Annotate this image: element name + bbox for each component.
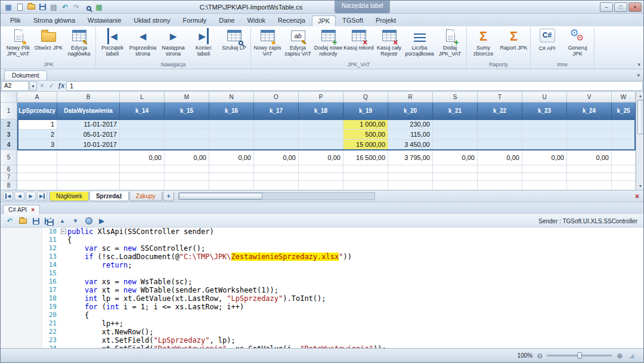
cell-P6[interactable]: [299, 165, 343, 173]
ribbon-tab-projekt[interactable]: Projekt: [370, 15, 402, 26]
cell-L3[interactable]: [120, 130, 165, 140]
ribbon-button-kasuj-caly-rejestr[interactable]: × Kasuj cały Rejestr: [374, 27, 404, 57]
breakpoint-margin[interactable]: [1, 319, 42, 328]
ribbon-button-koniec-tabeli[interactable]: ▶ Koniec tabeli: [188, 27, 219, 57]
vertical-scrollbar[interactable]: ▲ ▼: [636, 92, 643, 190]
cell-T7[interactable]: [478, 173, 522, 181]
cancel-entry-icon[interactable]: ×: [38, 81, 47, 91]
cell-S6[interactable]: [433, 165, 478, 173]
close-icon[interactable]: ×: [635, 193, 639, 200]
cell-O3[interactable]: [254, 130, 299, 140]
header-cell-k-24[interactable]: k_24: [567, 103, 612, 119]
header-cell-k-17[interactable]: k_17: [254, 103, 299, 119]
cell-M3[interactable]: [165, 130, 209, 140]
cell-U5[interactable]: 0,00: [522, 150, 567, 165]
cell-R4[interactable]: 3 450,00: [388, 140, 433, 150]
cell-B6[interactable]: [57, 165, 120, 173]
cell-V7[interactable]: [567, 173, 612, 181]
cell-V5[interactable]: 0,00: [567, 150, 612, 165]
ribbon-tab-plik[interactable]: Plik: [4, 15, 27, 26]
cell-Q5[interactable]: 16 500,00: [343, 150, 388, 165]
row-header-1[interactable]: 1: [1, 103, 17, 119]
cell-B3[interactable]: 05-01-2017: [57, 130, 120, 140]
cell-A5[interactable]: [17, 150, 57, 165]
cell-R3[interactable]: 115,00: [388, 130, 433, 140]
header-cell-lpsprzedazy[interactable]: LpSprzedazy: [17, 103, 57, 119]
breakpoint-margin[interactable]: [1, 311, 42, 319]
cell-M4[interactable]: [165, 140, 209, 150]
cell-O8[interactable]: [254, 181, 299, 190]
resize-grip-icon[interactable]: ◢: [629, 352, 634, 359]
breakpoint-margin[interactable]: [1, 278, 42, 286]
table-icon[interactable]: ▦: [94, 2, 104, 12]
breakpoint-margin[interactable]: [1, 336, 42, 344]
ribbon-button-c-api[interactable]: C# C# API: [532, 27, 562, 51]
row-header-7[interactable]: 7: [1, 173, 17, 181]
code-line[interactable]: 13 if (!sc.LoadDocument(@"C:\TMP\JPK\Zes…: [1, 253, 643, 261]
breakpoint-margin[interactable]: [1, 328, 42, 336]
cell-A3[interactable]: 2: [17, 130, 57, 140]
cell-U2[interactable]: [522, 119, 567, 130]
sheet-tab-add[interactable]: +: [163, 192, 175, 201]
ribbon-button-sumy-zbiorcze[interactable]: Σ Sumy zbiorcze: [468, 27, 499, 57]
cell-A6[interactable]: [17, 165, 57, 173]
code-line[interactable]: 22 xt.NewRow();: [1, 328, 643, 336]
code-line[interactable]: 19 for (int i = 1; i <= xs.LastRow; i++): [1, 303, 643, 311]
cell-B2[interactable]: 11-01-2017: [57, 119, 120, 130]
chevron-down-icon[interactable]: ▾: [637, 72, 640, 78]
sheet-tab-zakupy[interactable]: Zakupy: [129, 192, 162, 201]
col-header-B[interactable]: B: [57, 92, 120, 103]
last-sheet-icon[interactable]: ▶: [37, 192, 47, 201]
cell-W7[interactable]: [612, 173, 636, 181]
cell-A7[interactable]: [17, 173, 57, 181]
cell-M5[interactable]: 0,00: [165, 150, 209, 165]
vertical-scrollbar-thumb[interactable]: [637, 100, 644, 134]
code-line[interactable]: 15: [1, 269, 643, 278]
cell-T8[interactable]: [478, 181, 522, 190]
ribbon-tab-wstawianie[interactable]: Wstawianie: [82, 15, 127, 26]
row-header-8[interactable]: 8: [1, 181, 17, 190]
app-icon[interactable]: ▦: [3, 2, 14, 12]
zoom-out-icon[interactable]: ⊖: [537, 352, 543, 359]
code-line[interactable]: 20 {: [1, 311, 643, 319]
row-header-5[interactable]: 5: [1, 150, 17, 165]
cell-W4[interactable]: [612, 140, 636, 150]
ribbon-tab-dane[interactable]: Dane: [213, 15, 240, 26]
ribbon-button-dodaj-jpk-vat[interactable]: + Dodaj JPK_VAT: [435, 27, 465, 57]
cell-S2[interactable]: [433, 119, 478, 130]
ribbon-button-otworz-jpk[interactable]: Otwórz JPK: [33, 27, 64, 51]
cell-U7[interactable]: [522, 173, 567, 181]
col-header-N[interactable]: N: [209, 92, 254, 103]
cell-W6[interactable]: [612, 165, 636, 173]
first-sheet-icon[interactable]: ◀: [3, 192, 13, 201]
cell-P5[interactable]: 0,00: [299, 150, 343, 165]
row-header-6[interactable]: 6: [1, 165, 17, 173]
cell-R8[interactable]: [388, 181, 433, 190]
cell-U8[interactable]: [522, 181, 567, 190]
sheet-tab-sprzedaz[interactable]: Sprzedaż: [89, 192, 129, 201]
next-sheet-icon[interactable]: ▶: [26, 192, 36, 201]
ribbon-button-nowy-zapis-vat[interactable]: ★ Nowy zapis VAT: [252, 27, 283, 57]
cell-S3[interactable]: [433, 130, 478, 140]
ribbon-tab-strona-glowna[interactable]: Strona główna: [27, 15, 81, 26]
cell-T6[interactable]: [478, 165, 522, 173]
cell-O5[interactable]: 0,00: [254, 150, 299, 165]
cell-W8[interactable]: [612, 181, 636, 190]
ribbon-tab-tgsoft[interactable]: TGSoft: [336, 15, 369, 26]
breakpoint-margin[interactable]: [1, 303, 42, 311]
zoom-slider-thumb[interactable]: [577, 352, 582, 359]
col-header-P[interactable]: P: [299, 92, 343, 103]
col-header-M[interactable]: M: [165, 92, 209, 103]
cell-Q4[interactable]: 15 000,00: [343, 140, 388, 150]
cell-O4[interactable]: [254, 140, 299, 150]
cell-B5[interactable]: [57, 150, 120, 165]
col-header-R[interactable]: R: [388, 92, 433, 103]
ribbon-button-kasuj-rekord[interactable]: × Kasuj rekord: [343, 27, 374, 51]
horizontal-scrollbar[interactable]: [178, 192, 375, 200]
cell-S5[interactable]: 0,00: [433, 150, 478, 165]
ribbon-button-poprzednia-strona[interactable]: ◀ Poprzednia strona: [128, 27, 158, 57]
confirm-entry-icon[interactable]: ✓: [47, 81, 56, 91]
breakpoint-margin[interactable]: [1, 286, 42, 294]
code-line[interactable]: 21 lp++;: [1, 319, 643, 328]
row-header-3[interactable]: 3: [1, 130, 17, 140]
